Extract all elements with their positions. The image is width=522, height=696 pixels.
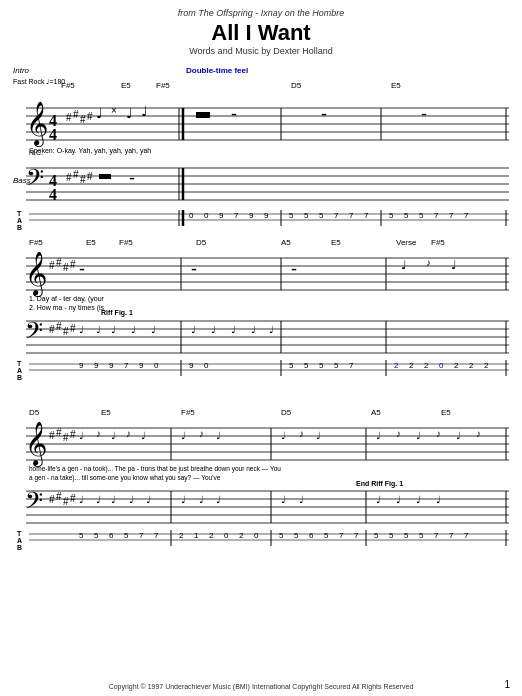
- page-header: from The Offspring - Ixnay on the Hombre…: [178, 0, 345, 58]
- svg-text:F#5: F#5: [29, 238, 43, 247]
- svg-text:0: 0: [204, 211, 209, 220]
- svg-text:♩: ♩: [456, 430, 461, 441]
- svg-text:D5: D5: [29, 408, 40, 417]
- svg-text:7: 7: [124, 361, 129, 370]
- svg-text:×: ×: [111, 105, 117, 116]
- svg-text:𝄢: 𝄢: [25, 488, 43, 519]
- svg-text:E5: E5: [441, 408, 451, 417]
- svg-text:♩: ♩: [281, 494, 286, 505]
- svg-text:5: 5: [374, 531, 379, 540]
- svg-text:5: 5: [319, 211, 324, 220]
- svg-text:7: 7: [139, 531, 144, 540]
- svg-text:5: 5: [419, 211, 424, 220]
- svg-text:♩: ♩: [251, 324, 256, 335]
- svg-text:#: #: [87, 111, 93, 122]
- svg-text:♩: ♩: [111, 494, 116, 505]
- svg-text:5: 5: [79, 531, 84, 540]
- svg-text:#: #: [70, 323, 76, 334]
- svg-text:♩: ♩: [376, 430, 381, 441]
- svg-text:♪: ♪: [426, 257, 431, 268]
- svg-text:7: 7: [449, 211, 454, 220]
- svg-text:F#5: F#5: [431, 238, 445, 247]
- svg-text:#: #: [49, 430, 55, 441]
- svg-text:𝄢: 𝄢: [26, 165, 44, 196]
- svg-text:B: B: [17, 374, 22, 381]
- svg-text:♩: ♩: [436, 494, 441, 505]
- svg-text:♩: ♩: [79, 494, 84, 505]
- svg-text:2: 2: [409, 361, 414, 370]
- svg-text:5: 5: [324, 531, 329, 540]
- svg-text:7: 7: [449, 531, 454, 540]
- svg-text:2: 2: [469, 361, 474, 370]
- svg-text:♩: ♩: [181, 494, 186, 505]
- svg-text:♩: ♩: [216, 494, 221, 505]
- svg-text:1: 1: [194, 531, 199, 540]
- svg-text:0: 0: [154, 361, 159, 370]
- svg-text:D5: D5: [291, 81, 302, 90]
- svg-text:♩: ♩: [129, 494, 134, 505]
- svg-text:5: 5: [124, 531, 129, 540]
- svg-text:-: -: [191, 259, 197, 279]
- svg-text:𝄞: 𝄞: [26, 101, 48, 148]
- page-title: All I Want: [178, 20, 345, 46]
- svg-text:#: #: [70, 259, 76, 270]
- svg-text:♪: ♪: [396, 428, 401, 439]
- svg-text:5: 5: [404, 531, 409, 540]
- svg-text:♩: ♩: [269, 324, 274, 335]
- svg-text:7: 7: [349, 361, 354, 370]
- svg-text:2: 2: [179, 531, 184, 540]
- svg-text:7: 7: [334, 211, 339, 220]
- copyright-text: Copyright © 1997 Underachiever Music (BM…: [0, 682, 522, 693]
- svg-text:#: #: [56, 321, 62, 332]
- svg-text:#: #: [70, 493, 76, 504]
- system-3: D5 E5 F#5 D5 A5 E5 𝄞 # # # # ♩ ♪ ♩ ♪ ♩: [11, 403, 511, 568]
- svg-text:5: 5: [289, 211, 294, 220]
- svg-text:T: T: [17, 360, 22, 367]
- svg-text:-: -: [291, 259, 297, 279]
- svg-text:0: 0: [439, 361, 444, 370]
- svg-text:♩: ♩: [376, 494, 381, 505]
- svg-text:9: 9: [139, 361, 144, 370]
- svg-text:F#5: F#5: [181, 408, 195, 417]
- svg-text:♩: ♩: [316, 430, 321, 441]
- svg-text:-: -: [79, 259, 85, 279]
- svg-text:♩: ♩: [451, 258, 457, 272]
- svg-text:♩: ♩: [299, 494, 304, 505]
- svg-text:A: A: [17, 217, 22, 224]
- svg-text:7: 7: [464, 531, 469, 540]
- svg-text:2: 2: [394, 361, 399, 370]
- svg-text:2: 2: [484, 361, 489, 370]
- svg-text:♩: ♩: [111, 430, 116, 441]
- svg-text:#: #: [56, 257, 62, 268]
- system-2: F#5 E5 F#5 D5 A5 E5 Verse F#5 𝄞 # # # # …: [11, 233, 511, 403]
- svg-text:♩: ♩: [96, 105, 103, 121]
- svg-text:♪: ♪: [96, 428, 101, 439]
- svg-text:#: #: [80, 114, 86, 125]
- svg-text:D5: D5: [196, 238, 207, 247]
- svg-text:E5: E5: [391, 81, 401, 90]
- svg-text:home-life's   a  gen  -  na   : home-life's a gen - na took)... The pa -…: [29, 465, 281, 473]
- svg-text:6: 6: [109, 531, 114, 540]
- svg-text:#: #: [87, 171, 93, 182]
- svg-text:5: 5: [389, 211, 394, 220]
- svg-rect-44: [99, 174, 111, 179]
- page-number: 1: [504, 679, 510, 690]
- svg-text:A5: A5: [281, 238, 291, 247]
- svg-text:2: 2: [209, 531, 214, 540]
- svg-text:F#5: F#5: [61, 81, 75, 90]
- svg-text:9: 9: [249, 211, 254, 220]
- svg-text:𝄞: 𝄞: [25, 421, 47, 468]
- svg-text:0: 0: [204, 361, 209, 370]
- svg-text:D5: D5: [281, 408, 292, 417]
- svg-rect-25: [196, 112, 210, 118]
- svg-text:7: 7: [434, 531, 439, 540]
- svg-text:#: #: [73, 169, 79, 180]
- svg-text:B: B: [17, 224, 22, 231]
- svg-text:7: 7: [339, 531, 344, 540]
- svg-text:#: #: [63, 326, 69, 337]
- lyric-spoken: Spoken: O-kay. Yah, yah, yah, yah, yah: [29, 147, 151, 155]
- svg-text:𝄞: 𝄞: [25, 251, 47, 298]
- svg-text:7: 7: [154, 531, 159, 540]
- svg-text:5: 5: [294, 531, 299, 540]
- svg-text:#: #: [63, 262, 69, 273]
